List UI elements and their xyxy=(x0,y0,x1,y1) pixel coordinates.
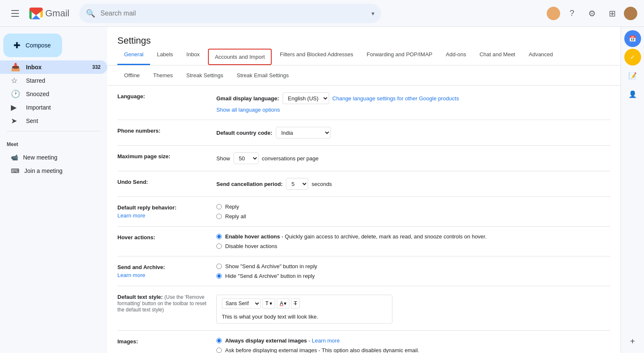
search-dropdown-icon[interactable]: ▾ xyxy=(371,10,374,17)
font-family-select[interactable]: Sans Serif Serif Monospace xyxy=(222,298,261,309)
tab-inbox[interactable]: Inbox xyxy=(180,46,207,65)
sidebar-item-sent[interactable]: ➤ Sent xyxy=(0,114,107,128)
show-all-languages-link[interactable]: Show all language options xyxy=(216,107,280,113)
country-code-select[interactable]: India United States United Kingdom xyxy=(276,127,331,139)
images-label: Images: xyxy=(117,337,210,345)
enable-hover-option[interactable]: Enable hover actions - Quickly gain acce… xyxy=(216,233,610,240)
send-archive-value: Show "Send & Archive" button in reply Hi… xyxy=(216,263,610,279)
images-learn-more[interactable]: Learn more xyxy=(312,337,340,344)
reply-radio[interactable] xyxy=(216,204,222,209)
tab-accounts-import[interactable]: Accounts and Import xyxy=(208,49,271,65)
default-reply-learn-more[interactable]: Learn more xyxy=(117,212,210,219)
sidebar-item-starred[interactable]: ☆ Starred xyxy=(0,74,107,87)
show-send-archive-option[interactable]: Show "Send & Archive" button in reply xyxy=(216,263,610,269)
default-reply-row: Default reply behavior: Learn more Reply… xyxy=(117,197,610,227)
reply-label: Reply xyxy=(225,204,239,210)
ask-before-option[interactable]: Ask before displaying external images - … xyxy=(216,347,610,353)
calendar-icon[interactable]: 📅 xyxy=(624,30,641,47)
default-reply-label: Default reply behavior: Learn more xyxy=(117,204,210,219)
sub-tab-streak-email[interactable]: Streak Email Settings xyxy=(230,69,295,82)
tab-labels[interactable]: Labels xyxy=(150,46,179,65)
tab-general[interactable]: General xyxy=(117,46,150,65)
profile-avatar-2[interactable] xyxy=(624,7,637,20)
tab-addons[interactable]: Add-ons xyxy=(439,46,473,65)
sidebar-item-important[interactable]: ▶ Important xyxy=(0,101,107,114)
change-language-link[interactable]: Change language settings for other Googl… xyxy=(332,95,459,102)
compose-label: Compose xyxy=(26,42,51,49)
hide-send-archive-radio[interactable] xyxy=(216,273,222,279)
sub-tab-offline[interactable]: Offline xyxy=(117,69,146,82)
sidebar: ✚ Compose 📥 Inbox 332 ☆ Starred 🕐 Snooze… xyxy=(0,27,107,353)
hide-send-archive-option[interactable]: Hide "Send & Archive" button in reply xyxy=(216,273,610,279)
cancellation-period-label: Send cancellation period: xyxy=(216,181,283,187)
apps-button[interactable]: ⊞ xyxy=(604,5,621,22)
meet-section-label: Meet xyxy=(0,138,107,151)
gmail-display-language-label: Gmail display language: xyxy=(216,95,279,102)
search-bar: 🔍 ▾ xyxy=(79,4,381,23)
undo-send-select[interactable]: 5 10 20 30 xyxy=(286,178,308,190)
disable-hover-option[interactable]: Disable hover actions xyxy=(216,243,610,249)
page-size-select[interactable]: 25 50 100 xyxy=(234,152,259,164)
gmail-wordmark: Gmail xyxy=(45,8,69,19)
page-size-row: Maximum page size: Show 25 50 100 conver… xyxy=(117,146,610,171)
ask-before-label: Ask before displaying external images - … xyxy=(225,347,419,353)
compose-button[interactable]: ✚ Compose xyxy=(3,34,62,57)
sidebar-item-new-meeting[interactable]: 📹 New meeting xyxy=(0,151,107,164)
tasks-icon[interactable]: ✓ xyxy=(624,49,641,65)
compose-plus-icon: ✚ xyxy=(13,40,21,50)
add-panel-icon[interactable]: + xyxy=(624,333,641,350)
keep-icon[interactable]: 📝 xyxy=(624,67,641,84)
disable-hover-radio[interactable] xyxy=(216,243,222,249)
gmail-logo[interactable]: Gmail xyxy=(29,6,69,21)
remove-formatting-button[interactable]: T̶ xyxy=(291,298,300,309)
default-reply-options: Reply Reply all xyxy=(216,204,610,220)
help-button[interactable]: ? xyxy=(564,5,580,22)
text-style-sub-label: (Use the 'Remove formatting' button on t… xyxy=(117,294,206,313)
settings-rows: Language: Gmail display language: Englis… xyxy=(107,86,621,353)
conversations-per-page-label: conversations per page xyxy=(262,155,319,162)
sidebar-item-label: Starred xyxy=(26,77,45,84)
sidebar-item-snoozed[interactable]: 🕐 Snoozed xyxy=(0,87,107,101)
send-archive-learn-more[interactable]: Learn more xyxy=(117,272,210,278)
undo-send-label: Undo Send: xyxy=(117,178,210,185)
reply-option[interactable]: Reply xyxy=(216,204,610,210)
contacts-icon[interactable]: 👤 xyxy=(624,86,641,102)
enable-hover-radio[interactable] xyxy=(216,234,222,239)
language-select[interactable]: English (US) English (UK) French Spanish xyxy=(283,92,329,104)
tab-advanced[interactable]: Advanced xyxy=(522,46,560,65)
ask-before-radio[interactable] xyxy=(216,348,222,353)
font-color-button[interactable]: A ▾ xyxy=(277,298,289,309)
disable-hover-label: Disable hover actions xyxy=(225,243,277,249)
font-size-button[interactable]: T ▾ xyxy=(262,298,275,309)
seconds-label: seconds xyxy=(312,181,332,187)
join-meeting-label: Join a meeting xyxy=(24,167,62,174)
settings-button[interactable]: ⚙ xyxy=(584,5,600,22)
inbox-count: 332 xyxy=(92,64,101,70)
show-send-archive-radio[interactable] xyxy=(216,264,222,269)
reply-all-radio[interactable] xyxy=(216,214,222,219)
sub-tab-themes[interactable]: Themes xyxy=(146,69,179,82)
sidebar-item-label: Sent xyxy=(26,118,38,124)
new-meeting-label: New meeting xyxy=(23,154,57,161)
tab-filters[interactable]: Filters and Blocked Addresses xyxy=(273,46,360,65)
tab-forwarding[interactable]: Forwarding and POP/IMAP xyxy=(360,46,439,65)
search-input[interactable] xyxy=(100,10,366,17)
reply-all-label: Reply all xyxy=(225,213,246,220)
hamburger-menu-button[interactable] xyxy=(7,5,23,22)
always-display-option[interactable]: Always display external images - Learn m… xyxy=(216,337,610,344)
tab-chat-meet[interactable]: Chat and Meet xyxy=(473,46,522,65)
topbar: Gmail 🔍 ▾ ? ⚙ ⊞ xyxy=(0,0,644,27)
reply-all-option[interactable]: Reply all xyxy=(216,213,610,220)
text-style-preview: This is what your body text will look li… xyxy=(222,314,387,320)
hover-actions-label: Hover actions: xyxy=(117,233,210,241)
topbar-right: ? ⚙ ⊞ xyxy=(547,5,637,22)
text-style-label: Default text style: (Use the 'Remove for… xyxy=(117,293,210,313)
sidebar-item-inbox[interactable]: 📥 Inbox 332 xyxy=(0,60,107,74)
sidebar-item-join-meeting[interactable]: ⌨ Join a meeting xyxy=(0,164,107,178)
default-reply-value: Reply Reply all xyxy=(216,204,610,220)
main-layout: ✚ Compose 📥 Inbox 332 ☆ Starred 🕐 Snooze… xyxy=(0,27,644,353)
language-value: Gmail display language: English (US) Eng… xyxy=(216,92,610,113)
always-display-radio[interactable] xyxy=(216,338,222,343)
sub-tab-streak-settings[interactable]: Streak Settings xyxy=(179,69,230,82)
language-row: Language: Gmail display language: Englis… xyxy=(117,86,610,120)
